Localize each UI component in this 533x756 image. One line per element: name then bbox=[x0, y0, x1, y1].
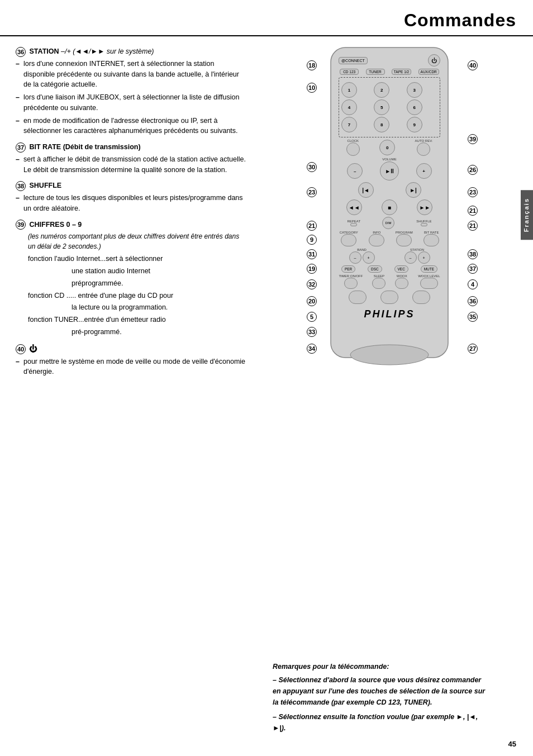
clock-group: CLOCK bbox=[346, 139, 360, 156]
btn-3[interactable]: 3 bbox=[407, 82, 422, 98]
btn-33-oval[interactable] bbox=[380, 291, 398, 304]
callout-30: 30 bbox=[307, 162, 317, 172]
band-minus-button[interactable]: – bbox=[349, 251, 361, 264]
side-tab: Français bbox=[521, 190, 533, 240]
aux-button[interactable]: AUX/CDR bbox=[418, 69, 439, 75]
rew-button[interactable]: ◄◄ bbox=[346, 199, 362, 215]
section-39-item1b: une station audio Internet bbox=[16, 266, 247, 277]
callout-27: 27 bbox=[468, 344, 478, 354]
repeat-button[interactable] bbox=[350, 223, 357, 226]
program-button[interactable] bbox=[396, 234, 412, 246]
callout-20: 20 bbox=[307, 296, 317, 306]
bitrate-button[interactable] bbox=[423, 234, 439, 246]
category-button[interactable] bbox=[341, 234, 356, 246]
btn-autorev[interactable] bbox=[417, 142, 430, 156]
section-36-num: 36 bbox=[16, 47, 26, 57]
section-39-item1c: préprogrammée. bbox=[16, 278, 247, 289]
info-button[interactable] bbox=[369, 234, 384, 246]
dsc-button[interactable]: DSC bbox=[368, 265, 382, 273]
fwd-button[interactable]: ►► bbox=[417, 199, 432, 215]
section-37-bullet-1: – sert à afficher le débit de transmissi… bbox=[16, 154, 247, 175]
page-number: 45 bbox=[508, 740, 516, 748]
notes-title: Remarques pour la télécommande: bbox=[273, 661, 487, 672]
section-39-item2b: la lecture ou la programmation. bbox=[16, 302, 247, 313]
vol-plus-button[interactable]: + bbox=[416, 163, 432, 179]
notes-line2: – Sélectionnez ensuite la fonction voulu… bbox=[273, 711, 487, 734]
section-36-bullet-2: – lors d'une liaison iM JUKEBOX, sert à … bbox=[16, 92, 247, 113]
per-button[interactable]: PER bbox=[341, 265, 355, 273]
tape-button[interactable]: TAPE 1/2 bbox=[392, 69, 411, 75]
section-40-num: 40 bbox=[16, 344, 26, 354]
section-39-title: 39 CHIFFRES 0 – 9 bbox=[16, 220, 247, 230]
shuffle-button[interactable] bbox=[421, 223, 427, 226]
row-repeat-dim-shuffle: REPEAT DIM SHUFFLE bbox=[331, 217, 448, 229]
btn-clock[interactable] bbox=[346, 142, 360, 156]
timer-button[interactable] bbox=[344, 278, 358, 289]
btn-5[interactable]: 5 bbox=[374, 99, 389, 115]
row-source: CD 123 TUNER TAPE 1/2 AUX/CDR bbox=[331, 69, 448, 75]
callout-18: 18 bbox=[307, 60, 317, 70]
callout-23a: 23 bbox=[307, 187, 317, 197]
row-prev-next: |◄ ►| bbox=[331, 182, 448, 198]
btn-0[interactable]: 0 bbox=[379, 140, 395, 155]
row-transport: ◄◄ ■ ►► bbox=[331, 199, 448, 215]
mute-button[interactable]: MUTE bbox=[421, 265, 437, 273]
station-plus-button[interactable]: + bbox=[418, 251, 430, 264]
numpad-grid: 1 2 3 4 5 6 7 8 9 bbox=[341, 82, 437, 132]
btn-27-oval[interactable] bbox=[412, 291, 430, 304]
callout-19: 19 bbox=[307, 264, 317, 274]
dim-button[interactable]: DIM bbox=[382, 217, 394, 229]
section-38-num: 38 bbox=[16, 181, 26, 191]
volume-label: VOLUME bbox=[382, 158, 396, 161]
callout-5: 5 bbox=[307, 312, 317, 322]
btn-2[interactable]: 2 bbox=[374, 82, 389, 98]
callout-9: 9 bbox=[307, 235, 317, 245]
vec-button[interactable]: VEC bbox=[394, 265, 408, 273]
callout-31: 31 bbox=[307, 249, 317, 259]
row-timer-sleep-woox: TIMER ON/OFF SLEEP WOOX WOOX LEVEL bbox=[331, 274, 448, 289]
section-39-item1: fonction l'audio Internet...sert à sélec… bbox=[16, 254, 247, 264]
callout-38: 38 bbox=[468, 249, 478, 259]
section-40-bullet-1: – pour mettre le système en mode de veil… bbox=[16, 356, 247, 378]
tuner-button[interactable]: TUNER bbox=[366, 69, 385, 75]
woox-level-button[interactable] bbox=[420, 278, 438, 289]
power-button[interactable]: ⏻ bbox=[428, 54, 440, 66]
btn-4[interactable]: 4 bbox=[341, 99, 357, 115]
btn-8[interactable]: 8 bbox=[374, 117, 389, 132]
section-37-title: 37 BIT RATE (Débit de transmission) bbox=[16, 142, 247, 153]
section-40-title: 40 ⏻ bbox=[16, 343, 247, 355]
callout-34: 34 bbox=[307, 344, 317, 354]
philips-logo: PHILIPS bbox=[331, 308, 448, 320]
connect-button[interactable]: @CONNECT bbox=[339, 57, 368, 64]
cd123-button[interactable]: CD 123 bbox=[340, 69, 359, 75]
btn-9[interactable]: 9 bbox=[407, 117, 422, 132]
program-group: PROGRAM bbox=[396, 231, 413, 246]
text-column: 36 STATION –/+ (◄◄/►► sur le système) – … bbox=[0, 42, 257, 387]
section-37: 37 BIT RATE (Débit de transmission) – se… bbox=[16, 142, 247, 175]
svg-point-1 bbox=[350, 345, 429, 365]
callout-36: 36 bbox=[468, 296, 478, 306]
band-plus-button[interactable]: + bbox=[363, 251, 375, 264]
btn-1[interactable]: 1 bbox=[341, 82, 357, 98]
woox-button[interactable] bbox=[395, 278, 408, 289]
row-band-station: BAND – + STATION – + bbox=[331, 248, 448, 264]
station-minus-button[interactable]: – bbox=[404, 251, 417, 264]
sleep-button[interactable] bbox=[372, 278, 386, 289]
stop-button[interactable]: ■ bbox=[382, 199, 397, 215]
btn-7[interactable]: 7 bbox=[341, 117, 357, 132]
bottom-notes: Remarques pour la télécommande: – Sélect… bbox=[257, 661, 503, 734]
prev-track-button[interactable]: |◄ bbox=[358, 182, 374, 198]
section-39-item3: fonction TUNER...entrée d'un émetteur ra… bbox=[16, 315, 247, 325]
section-36: 36 STATION –/+ (◄◄/►► sur le système) – … bbox=[16, 46, 247, 136]
vol-minus-button[interactable]: – bbox=[347, 163, 363, 179]
section-39-item2: fonction CD ..... entrée d'une plage du … bbox=[16, 291, 247, 301]
btn-34-oval[interactable] bbox=[349, 291, 367, 304]
callout-33: 33 bbox=[307, 327, 317, 337]
station-group: STATION – + bbox=[404, 248, 430, 264]
next-track-button[interactable]: ►| bbox=[406, 182, 421, 198]
row-connect-power: @CONNECT ⏻ bbox=[331, 47, 448, 69]
btn-6[interactable]: 6 bbox=[407, 99, 422, 115]
page-header: Commandes bbox=[0, 0, 533, 36]
play-pause-button[interactable]: ►II bbox=[380, 161, 399, 180]
row-clock-0-autorev: CLOCK 0 AUTO REV. bbox=[331, 139, 448, 156]
